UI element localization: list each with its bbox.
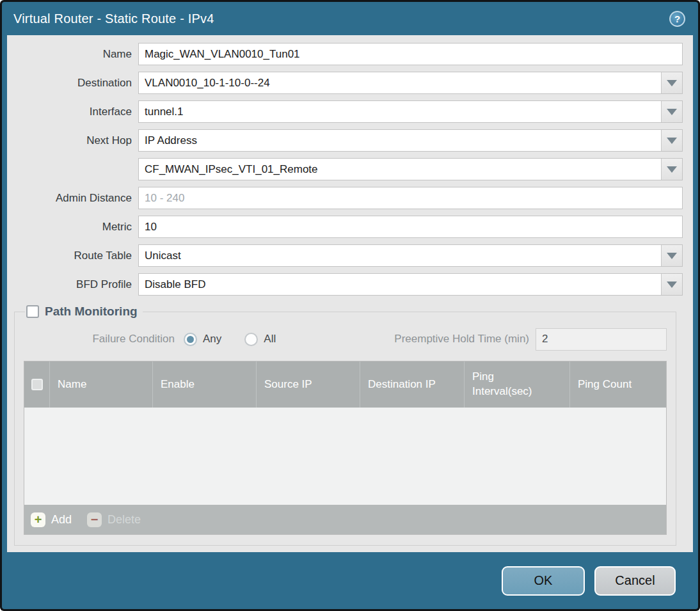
preemptive-hold-time-label: Preemptive Hold Time (min) bbox=[394, 333, 536, 345]
table-header-ping-interval: Ping Interval(sec) bbox=[465, 361, 570, 408]
table-header-source-ip: Source IP bbox=[257, 361, 360, 408]
bfd-profile-dropdown-button[interactable] bbox=[661, 274, 682, 295]
header-label: Enable bbox=[161, 378, 195, 391]
header-label: Destination IP bbox=[368, 378, 436, 391]
form-row-next-hop-address bbox=[7, 158, 683, 180]
interface-field-wrap bbox=[138, 100, 683, 123]
cancel-button[interactable]: Cancel bbox=[594, 566, 676, 596]
help-icon[interactable]: ? bbox=[669, 11, 685, 27]
select-all-checkbox[interactable] bbox=[31, 379, 43, 390]
bfd-profile-label: BFD Profile bbox=[7, 278, 138, 291]
radio-all-label: All bbox=[264, 333, 276, 345]
path-monitoring-section: Path Monitoring Failure Condition Any Al… bbox=[14, 305, 676, 546]
titlebar: Virtual Router - Static Route - IPv4 ? bbox=[2, 2, 698, 35]
delete-button-label: Delete bbox=[107, 513, 141, 527]
bfd-profile-field-wrap bbox=[138, 273, 683, 296]
chevron-down-icon bbox=[667, 109, 677, 115]
chevron-down-icon bbox=[667, 282, 677, 288]
form-row-destination: Destination bbox=[7, 72, 683, 94]
bfd-profile-input[interactable] bbox=[139, 274, 661, 295]
add-button-label: Add bbox=[51, 513, 72, 527]
next-hop-type-input[interactable] bbox=[139, 130, 661, 151]
form-row-metric: Metric bbox=[7, 216, 683, 238]
destination-input[interactable] bbox=[139, 72, 661, 93]
interface-dropdown-button[interactable] bbox=[661, 101, 682, 122]
metric-field-wrap bbox=[138, 216, 683, 238]
header-label: Source IP bbox=[264, 378, 312, 391]
path-monitoring-checkbox[interactable] bbox=[26, 305, 39, 318]
admin-distance-field-wrap bbox=[138, 187, 683, 209]
next-hop-address-dropdown-button[interactable] bbox=[661, 159, 682, 180]
header-label: Ping Count bbox=[578, 378, 632, 391]
radio-selected-icon bbox=[184, 333, 197, 346]
interface-label: Interface bbox=[7, 106, 138, 118]
delete-button[interactable]: − Delete bbox=[87, 512, 141, 527]
dialog-title: Virtual Router - Static Route - IPv4 bbox=[13, 12, 214, 26]
metric-label: Metric bbox=[7, 221, 138, 234]
path-monitoring-legend: Path Monitoring bbox=[25, 305, 143, 319]
form-row-interface: Interface bbox=[7, 100, 683, 123]
next-hop-field-wrap bbox=[138, 129, 683, 152]
chevron-down-icon bbox=[667, 138, 677, 144]
dialog-body: Name Destination Interface bbox=[7, 35, 693, 552]
minus-icon: − bbox=[87, 512, 102, 527]
add-button[interactable]: + Add bbox=[31, 512, 72, 527]
interface-input[interactable] bbox=[139, 101, 661, 122]
name-field-wrap bbox=[138, 43, 683, 65]
chevron-down-icon bbox=[667, 253, 677, 259]
table-header-name: Name bbox=[50, 361, 153, 408]
metric-input[interactable] bbox=[139, 216, 682, 237]
help-glyph: ? bbox=[674, 13, 680, 24]
form-row-admin-distance: Admin Distance bbox=[7, 187, 683, 209]
dialog-window: Virtual Router - Static Route - IPv4 ? N… bbox=[0, 0, 700, 611]
header-label: Ping Interval(sec) bbox=[472, 370, 544, 399]
admin-distance-label: Admin Distance bbox=[7, 192, 138, 205]
route-table-field-wrap bbox=[138, 244, 683, 267]
route-table-dropdown-button[interactable] bbox=[661, 245, 682, 266]
preemptive-hold-time-input[interactable] bbox=[536, 328, 667, 351]
table-header-checkbox-cell bbox=[24, 361, 50, 408]
destination-dropdown-button[interactable] bbox=[661, 72, 682, 93]
next-hop-label: Next Hop bbox=[7, 134, 138, 147]
destination-label: Destination bbox=[7, 77, 138, 90]
dialog-frame: Virtual Router - Static Route - IPv4 ? N… bbox=[2, 2, 698, 609]
chevron-down-icon bbox=[667, 80, 677, 86]
table-header-enable: Enable bbox=[153, 361, 257, 408]
header-label: Name bbox=[58, 378, 86, 391]
table-header-ping-count: Ping Count bbox=[570, 361, 666, 408]
table-header-row: Name Enable Source IP Destination IP Pin bbox=[24, 361, 666, 408]
next-hop-address-input[interactable] bbox=[139, 159, 661, 180]
form-row-bfd-profile: BFD Profile bbox=[7, 273, 683, 296]
radio-any-label: Any bbox=[203, 333, 221, 345]
failure-condition-radio-all[interactable]: All bbox=[244, 333, 276, 346]
chevron-down-icon bbox=[667, 166, 677, 173]
table-header-destination-ip: Destination IP bbox=[360, 361, 465, 408]
plus-icon: + bbox=[31, 512, 45, 527]
failure-condition-radio-any[interactable]: Any bbox=[184, 333, 221, 346]
failure-condition-row: Failure Condition Any All Preemptive Hol… bbox=[24, 328, 667, 351]
radio-unselected-icon bbox=[244, 333, 258, 346]
route-table-input[interactable] bbox=[139, 245, 661, 266]
failure-condition-label: Failure Condition bbox=[24, 333, 184, 345]
name-input[interactable] bbox=[139, 44, 682, 65]
next-hop-dropdown-button[interactable] bbox=[661, 130, 682, 151]
form-row-route-table: Route Table bbox=[7, 244, 683, 267]
ok-button[interactable]: OK bbox=[502, 566, 585, 596]
destination-field-wrap bbox=[138, 72, 683, 94]
form-row-name: Name bbox=[7, 43, 683, 65]
table-body-empty bbox=[24, 408, 666, 505]
route-table-label: Route Table bbox=[7, 250, 138, 262]
admin-distance-input[interactable] bbox=[139, 187, 682, 209]
path-monitoring-title: Path Monitoring bbox=[45, 305, 138, 319]
name-label: Name bbox=[7, 48, 138, 61]
next-hop-address-field-wrap bbox=[138, 158, 683, 180]
dialog-footer: OK Cancel bbox=[2, 552, 698, 609]
path-monitoring-table: Name Enable Source IP Destination IP Pin bbox=[24, 361, 667, 535]
form-row-next-hop: Next Hop bbox=[7, 129, 683, 152]
table-toolbar: + Add − Delete bbox=[24, 505, 666, 534]
